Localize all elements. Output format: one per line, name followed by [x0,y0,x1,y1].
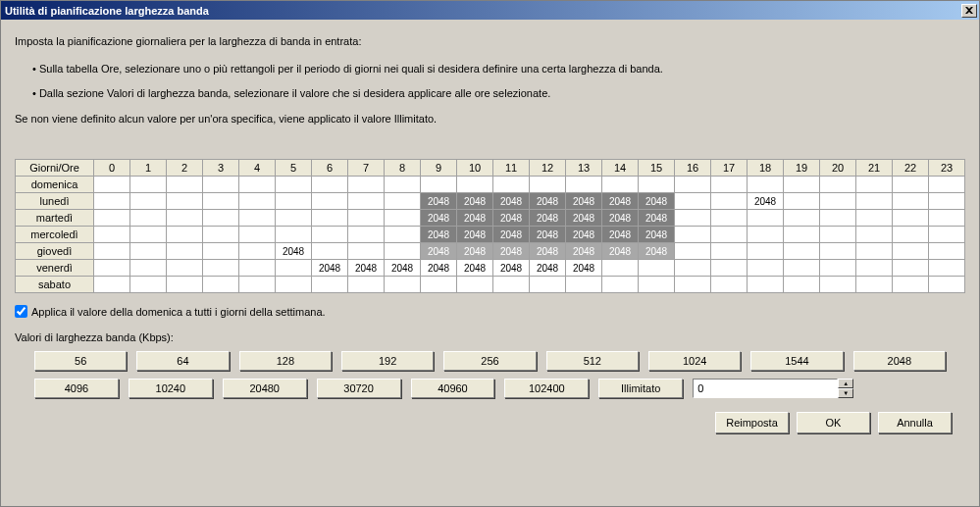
schedule-cell[interactable]: 2048 [639,227,675,243]
schedule-cell[interactable] [385,177,421,193]
schedule-cell[interactable] [856,260,893,277]
schedule-cell[interactable] [385,193,421,210]
schedule-cell[interactable] [566,277,602,293]
schedule-cell[interactable] [856,243,893,260]
schedule-cell[interactable] [312,193,348,210]
schedule-cell[interactable] [312,227,348,243]
schedule-cell[interactable] [820,210,856,227]
schedule-cell[interactable] [312,243,348,260]
schedule-cell[interactable] [820,227,856,243]
spinner-up[interactable]: ▲ [838,379,853,388]
schedule-cell[interactable] [421,177,457,193]
schedule-cell[interactable] [784,243,820,260]
schedule-cell[interactable] [276,210,312,227]
schedule-cell[interactable]: 2048 [421,193,457,210]
schedule-cell[interactable] [130,177,167,193]
schedule-cell[interactable] [203,177,239,193]
bandwidth-value-button[interactable]: 40960 [411,379,495,398]
schedule-cell[interactable]: 2048 [493,193,530,210]
schedule-cell[interactable] [94,277,130,293]
schedule-cell[interactable]: 2048 [421,227,457,243]
schedule-cell[interactable] [856,193,893,210]
schedule-cell[interactable] [929,243,965,260]
bandwidth-value-button[interactable]: 1544 [750,351,843,371]
schedule-cell[interactable]: 2048 [602,210,639,227]
schedule-cell[interactable] [893,177,929,193]
schedule-cell[interactable] [893,260,929,277]
schedule-cell[interactable] [239,193,276,210]
schedule-cell[interactable] [312,277,348,293]
schedule-cell[interactable] [276,193,312,210]
schedule-cell[interactable] [748,227,784,243]
schedule-cell[interactable] [239,227,276,243]
bandwidth-value-button[interactable]: 1024 [648,351,741,371]
schedule-cell[interactable] [530,177,566,193]
schedule-cell[interactable] [929,177,965,193]
schedule-cell[interactable]: 2048 [421,260,457,277]
schedule-cell[interactable] [130,260,167,277]
schedule-cell[interactable] [203,243,239,260]
schedule-cell[interactable] [820,260,856,277]
schedule-cell[interactable] [711,227,748,243]
schedule-cell[interactable] [856,277,893,293]
schedule-cell[interactable]: 2048 [457,227,493,243]
schedule-cell[interactable] [784,177,820,193]
schedule-cell[interactable]: 2048 [530,227,566,243]
schedule-cell[interactable] [748,210,784,227]
schedule-cell[interactable] [130,277,167,293]
schedule-cell[interactable]: 2048 [530,260,566,277]
schedule-cell[interactable] [784,210,820,227]
schedule-cell[interactable] [167,243,203,260]
schedule-cell[interactable] [711,210,748,227]
schedule-cell[interactable]: 2048 [530,243,566,260]
schedule-cell[interactable] [748,277,784,293]
schedule-cell[interactable]: 2048 [748,193,784,210]
schedule-cell[interactable] [130,193,167,210]
schedule-cell[interactable]: 2048 [530,193,566,210]
schedule-cell[interactable] [203,277,239,293]
schedule-cell[interactable] [203,210,239,227]
apply-sunday-checkbox[interactable] [15,305,27,318]
schedule-cell[interactable] [639,277,675,293]
bandwidth-value-button[interactable]: 2048 [853,351,946,371]
schedule-cell[interactable]: 2048 [493,227,530,243]
schedule-cell[interactable] [639,260,675,277]
schedule-cell[interactable] [893,243,929,260]
schedule-cell[interactable] [94,177,130,193]
schedule-cell[interactable] [711,277,748,293]
schedule-cell[interactable] [675,177,711,193]
schedule-cell[interactable] [784,277,820,293]
schedule-cell[interactable] [203,260,239,277]
bandwidth-value-button[interactable]: 102400 [504,379,589,398]
schedule-cell[interactable]: 2048 [421,210,457,227]
schedule-cell[interactable] [748,243,784,260]
schedule-cell[interactable] [130,243,167,260]
schedule-cell[interactable] [239,177,276,193]
schedule-cell[interactable] [385,210,421,227]
schedule-cell[interactable] [675,260,711,277]
schedule-cell[interactable] [893,210,929,227]
schedule-cell[interactable] [784,260,820,277]
schedule-cell[interactable] [929,193,965,210]
schedule-cell[interactable] [748,260,784,277]
bandwidth-value-button[interactable]: Illimitato [598,379,683,398]
schedule-cell[interactable] [421,277,457,293]
spinner-down[interactable]: ▼ [838,388,853,398]
schedule-cell[interactable]: 2048 [566,243,602,260]
schedule-cell[interactable] [675,227,711,243]
schedule-cell[interactable]: 2048 [530,210,566,227]
schedule-cell[interactable] [348,277,385,293]
schedule-cell[interactable] [94,227,130,243]
schedule-cell[interactable]: 2048 [493,260,530,277]
schedule-cell[interactable]: 2048 [385,260,421,277]
schedule-cell[interactable] [167,193,203,210]
reset-button[interactable]: Reimposta [715,412,789,433]
schedule-cell[interactable] [203,227,239,243]
bandwidth-value-button[interactable]: 30720 [317,379,401,398]
schedule-cell[interactable] [385,227,421,243]
schedule-cell[interactable] [457,277,493,293]
schedule-cell[interactable]: 2048 [639,193,675,210]
schedule-cell[interactable] [167,177,203,193]
schedule-cell[interactable] [675,193,711,210]
schedule-cell[interactable]: 2048 [602,193,639,210]
